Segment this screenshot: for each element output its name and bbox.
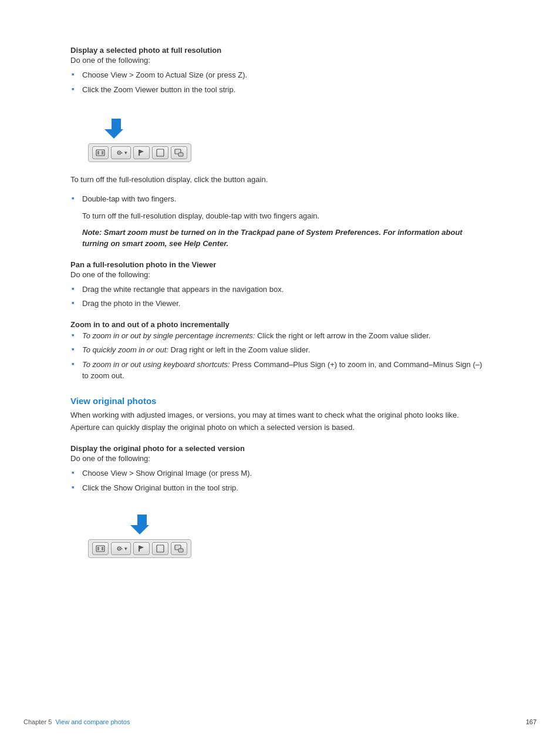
- section4-subtext: Do one of the following:: [70, 454, 490, 463]
- svg-rect-19: [157, 545, 164, 552]
- footer-page-number: 167: [526, 718, 537, 725]
- tool-strip-image-1: ▾: [88, 119, 191, 162]
- section-heading-2: Pan a full-resolution photo in the Viewe…: [70, 260, 490, 269]
- svg-rect-10: [178, 153, 183, 156]
- single-view-button[interactable]: [152, 146, 168, 159]
- footer-chapter-link: View and compare photos: [55, 718, 130, 725]
- after-bullet2-text: To turn off the full-resolution display,…: [70, 210, 490, 222]
- section4-subheading: Display the original photo for a selecte…: [70, 444, 490, 453]
- show-original-button[interactable]: [133, 146, 150, 159]
- section-display-full-resolution: Display a selected photo at full resolut…: [70, 46, 490, 250]
- show-original-button-2[interactable]: [133, 542, 150, 555]
- svg-marker-5: [122, 152, 123, 153]
- bullet-lead: To zoom in or out using keyboard shortcu…: [82, 360, 230, 369]
- tool-strip-image-2: ▾: [88, 515, 191, 558]
- section1-bullet2-list: Double-tap with two fingers.: [70, 193, 490, 205]
- after-image-text-1: To turn off the full-resolution display,…: [70, 174, 490, 186]
- svg-marker-7: [140, 150, 144, 153]
- section-heading-1: Display a selected photo at full resolut…: [70, 46, 490, 55]
- svg-rect-1: [97, 151, 99, 154]
- svg-rect-13: [102, 547, 103, 550]
- svg-point-15: [118, 548, 119, 549]
- section-subtext-1: Do one of the following:: [70, 56, 490, 65]
- list-item: Drag the white rectangle that appears in…: [70, 284, 490, 295]
- section-view-original: View original photos When working with a…: [70, 396, 490, 570]
- section4-body: When working with adjusted images, or ve…: [70, 409, 490, 434]
- bullet-lead: To quickly zoom in or out:: [82, 345, 168, 354]
- list-item: To zoom in or out using keyboard shortcu…: [70, 359, 490, 382]
- note-text: Note: Smart zoom must be turned on in th…: [70, 227, 490, 250]
- list-item: To zoom in or out by single percentage i…: [70, 330, 490, 342]
- zoom-viewer-button-2[interactable]: [171, 542, 187, 555]
- svg-point-4: [118, 152, 119, 153]
- svg-rect-6: [139, 150, 140, 156]
- section-heading-3: Zoom in to and out of a photo incrementa…: [70, 320, 490, 329]
- svg-rect-17: [139, 546, 140, 552]
- list-item: Choose View > Show Original Image (or pr…: [70, 468, 490, 479]
- list-item: Choose View > Zoom to Actual Size (or pr…: [70, 69, 490, 81]
- footer-chapter-info: Chapter 5 View and compare photos: [23, 718, 130, 725]
- bullet-text: Click the right or left arrow in the Zoo…: [255, 331, 430, 340]
- gear-dropdown-button[interactable]: ▾: [111, 146, 131, 159]
- gear-dropdown-button-2[interactable]: ▾: [111, 542, 131, 555]
- note-body: Smart zoom must be turned on in the Trac…: [82, 228, 463, 248]
- section3-bullets: To zoom in or out by single percentage i…: [70, 330, 490, 382]
- note-label: Note:: [82, 228, 102, 237]
- list-item: Click the Show Original button in the to…: [70, 482, 490, 494]
- section2-bullets: Drag the white rectangle that appears in…: [70, 284, 490, 310]
- zoom-viewer-button[interactable]: [171, 146, 187, 159]
- svg-rect-2: [102, 151, 103, 154]
- page-footer: Chapter 5 View and compare photos 167: [0, 718, 560, 725]
- page-content: Display a selected photo at full resolut…: [0, 0, 560, 617]
- section1-bullets: Choose View > Zoom to Actual Size (or pr…: [70, 69, 490, 95]
- section-heading-4-blue: View original photos: [70, 396, 490, 406]
- svg-rect-12: [97, 547, 99, 550]
- footer-chapter-label: Chapter 5: [23, 718, 52, 725]
- bullet-text: Drag right or left in the Zoom value sli…: [168, 345, 310, 354]
- list-item: Drag the photo in the Viewer.: [70, 298, 490, 310]
- section4-bullets: Choose View > Show Original Image (or pr…: [70, 468, 490, 493]
- single-view-button-2[interactable]: [152, 542, 168, 555]
- section-subtext-2: Do one of the following:: [70, 270, 490, 279]
- svg-rect-21: [178, 549, 183, 552]
- bullet-lead: To zoom in or out by single percentage i…: [82, 331, 255, 340]
- section-pan-photo: Pan a full-resolution photo in the Viewe…: [70, 260, 490, 310]
- list-item: Click the Zoom Viewer button in the tool…: [70, 84, 490, 96]
- filmstrip-button[interactable]: [92, 146, 109, 159]
- section-zoom-incremental: Zoom in to and out of a photo incrementa…: [70, 320, 490, 382]
- svg-rect-8: [157, 149, 164, 156]
- filmstrip-button-2[interactable]: [92, 542, 109, 555]
- svg-marker-16: [122, 548, 123, 549]
- toolbar: ▾: [88, 143, 191, 162]
- list-item: To quickly zoom in or out: Drag right or…: [70, 344, 490, 356]
- toolbar-2: ▾: [88, 539, 191, 558]
- list-item: Double-tap with two fingers.: [70, 193, 490, 205]
- svg-marker-18: [140, 546, 144, 549]
